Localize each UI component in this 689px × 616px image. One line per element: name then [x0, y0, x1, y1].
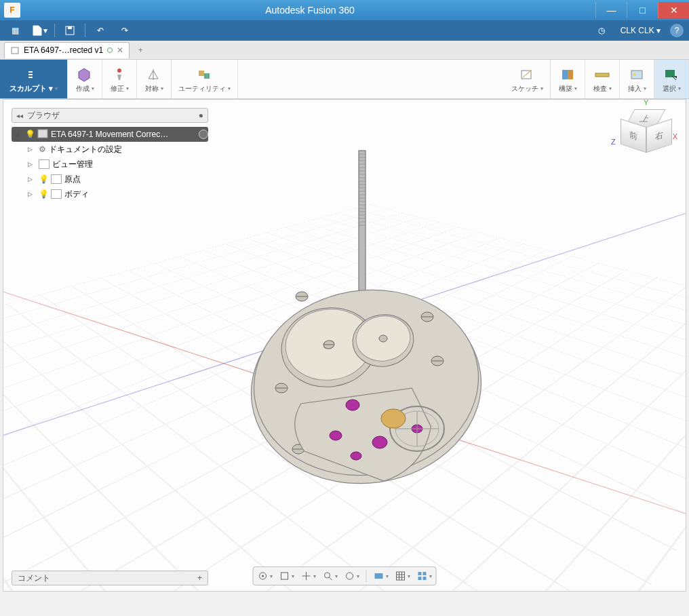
display-button[interactable] [374, 571, 389, 581]
titlebar: F Autodesk Fusion 360 — □ ✕ [0, 0, 689, 20]
app-icon: F [4, 3, 20, 18]
viewport[interactable]: ◂◂ ブラウザ ● ◢ 💡 ETA 6497-1 Movement Correc… [3, 99, 686, 592]
browser-item-origin[interactable]: ▷💡 原点 [12, 172, 208, 187]
redo-button[interactable]: ↷ [115, 22, 134, 39]
undo-button[interactable]: ↶ [91, 22, 110, 39]
svg-point-62 [346, 400, 359, 410]
component-icon [37, 129, 48, 140]
browser-item-views[interactable]: ▷ ビュー管理 [12, 157, 208, 172]
svg-rect-17 [38, 130, 47, 138]
document-tabs: ETA 6497-…rected v1 ✕ + [0, 41, 689, 60]
svg-point-77 [347, 573, 353, 579]
ribbon-symmetry[interactable]: 対称 [137, 60, 172, 98]
svg-rect-3 [28, 71, 33, 73]
svg-point-75 [325, 573, 330, 578]
ribbon-utility[interactable]: ユーティリティ [172, 60, 238, 98]
new-tab-button[interactable]: + [132, 42, 149, 58]
pan-button[interactable] [301, 571, 316, 581]
svg-line-76 [330, 577, 332, 580]
unsaved-indicator-icon [107, 47, 113, 53]
viewcube[interactable]: Y X Z 上 前 右 [618, 105, 672, 159]
orbit-button[interactable] [258, 571, 273, 581]
svg-rect-16 [665, 70, 675, 77]
grid-button[interactable] [395, 571, 410, 581]
browser-item-settings[interactable]: ▷⚙ ドキュメントの設定 [12, 142, 208, 157]
svg-rect-79 [397, 572, 405, 580]
user-menu[interactable]: CLK CLK ▾ [621, 26, 661, 35]
svg-point-6 [117, 69, 121, 73]
ribbon-create[interactable]: 作成 [68, 60, 102, 98]
svg-rect-1 [68, 26, 72, 29]
window-title: Autodesk Fusion 360 [24, 5, 595, 16]
browser-root[interactable]: ◢ 💡 ETA 6497-1 Movement Correc… [12, 127, 208, 142]
file-button[interactable]: ▾ [30, 22, 49, 39]
svg-rect-2 [12, 47, 18, 54]
svg-rect-87 [423, 577, 427, 580]
svg-rect-13 [595, 73, 609, 77]
sketch-icon [517, 65, 538, 84]
workspace-switcher[interactable]: スカルプト ▾ [0, 60, 68, 98]
ribbon-select[interactable]: 選択 [654, 60, 689, 98]
activate-icon[interactable] [199, 130, 208, 139]
symmetry-icon [144, 65, 164, 84]
visibility-icon[interactable]: 💡 [39, 189, 48, 199]
modify-icon [109, 65, 130, 84]
job-status-icon[interactable]: ◷ [592, 22, 611, 39]
svg-point-73 [262, 575, 264, 577]
viewports-button[interactable] [417, 571, 432, 581]
root-label: ETA 6497-1 Movement Correc… [51, 130, 196, 139]
svg-point-65 [372, 436, 387, 448]
svg-rect-85 [423, 572, 427, 575]
svg-point-63 [330, 431, 342, 440]
folder-icon [51, 189, 62, 199]
help-button[interactable]: ? [670, 24, 684, 37]
browser-nav-icon[interactable]: ◂◂ [16, 112, 23, 119]
svg-point-49 [379, 335, 387, 342]
visibility-icon[interactable]: 💡 [39, 174, 48, 184]
svg-rect-84 [418, 572, 422, 575]
save-button[interactable] [60, 22, 79, 39]
browser-item-bodies[interactable]: ▷💡 ボディ [12, 187, 208, 201]
browser-header[interactable]: ◂◂ ブラウザ ● [12, 108, 208, 123]
close-button[interactable]: ✕ [658, 2, 689, 18]
svg-rect-4 [28, 74, 33, 75]
svg-rect-5 [28, 77, 33, 78]
tab-close-icon[interactable]: ✕ [117, 45, 123, 55]
construct-icon [557, 65, 578, 84]
x-axis-label: X [673, 132, 677, 140]
ribbon-inspect[interactable]: 検査 [585, 60, 620, 98]
create-icon [75, 65, 95, 84]
ribbon: スカルプト ▾ 作成 修正 対称 ユーティリティ スケッチ 構築 検査 挿入 選… [0, 60, 689, 99]
z-axis-label: Z [611, 138, 616, 146]
svg-rect-11 [562, 70, 568, 79]
quick-access-toolbar: ▦ ▾ ↶ ↷ ◷ CLK CLK ▾ ? [0, 20, 689, 41]
model-watch-movement[interactable] [241, 144, 492, 524]
zoom-button[interactable] [323, 571, 338, 581]
ribbon-construct[interactable]: 構築 [551, 60, 585, 98]
add-comment-icon[interactable]: + [197, 573, 202, 583]
svg-rect-78 [375, 573, 383, 579]
tab-label: ETA 6497-…rected v1 [24, 45, 103, 55]
comments-panel[interactable]: コメント + [12, 571, 208, 585]
expand-icon[interactable]: ◢ [14, 131, 22, 138]
maximize-button[interactable]: □ [627, 2, 658, 18]
folder-icon [39, 159, 50, 169]
ribbon-insert[interactable]: 挿入 [620, 60, 654, 98]
ribbon-modify[interactable]: 修正 [102, 60, 137, 98]
minimize-button[interactable]: — [595, 2, 627, 18]
ribbon-sketch[interactable]: スケッチ [505, 60, 551, 98]
data-panel-button[interactable]: ▦ [5, 22, 24, 39]
svg-rect-74 [281, 573, 288, 579]
document-tab[interactable]: ETA 6497-…rected v1 ✕ [4, 42, 130, 58]
browser-panel: ◂◂ ブラウザ ● ◢ 💡 ETA 6497-1 Movement Correc… [12, 108, 208, 201]
browser-pin-icon[interactable]: ● [199, 111, 203, 120]
svg-point-71 [381, 409, 406, 428]
insert-icon [627, 65, 647, 84]
visibility-icon[interactable]: 💡 [25, 130, 35, 139]
fit-button[interactable] [279, 571, 294, 581]
look-button[interactable] [344, 571, 359, 581]
navigation-bar [253, 566, 437, 585]
workspace-icon [24, 64, 44, 83]
svg-rect-86 [418, 577, 422, 580]
inspect-icon [592, 65, 612, 84]
